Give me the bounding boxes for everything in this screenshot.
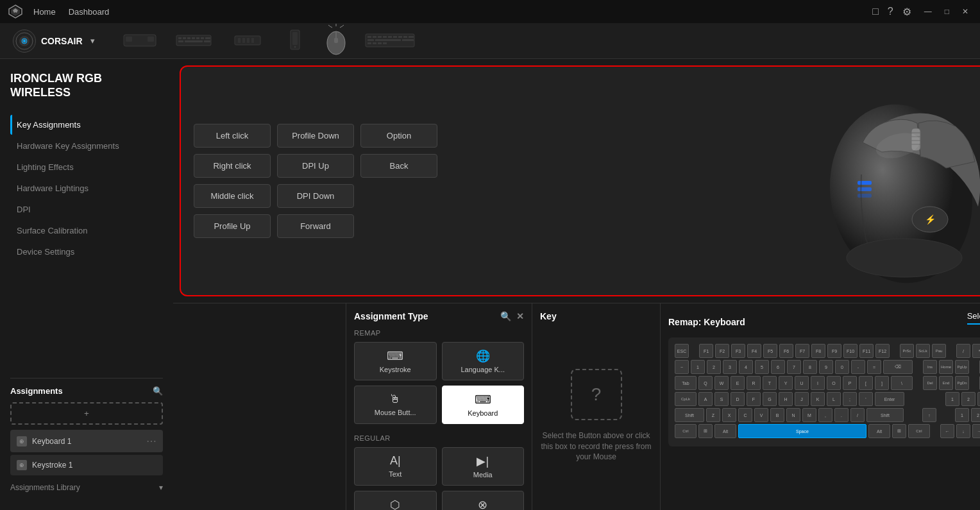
notifications-icon[interactable]: □ [872, 6, 879, 17]
key-pause[interactable]: Pau [932, 344, 946, 358]
key-rshift[interactable]: Shift [866, 408, 904, 422]
key-nm3[interactable]: 3 [977, 392, 980, 406]
profile-down-button[interactable]: Profile Down [277, 124, 354, 148]
key-rctrl[interactable]: Ctrl [908, 424, 930, 438]
key-f10[interactable]: F10 [843, 344, 858, 358]
key-scrlk[interactable]: ScLk [916, 344, 930, 358]
key-f3[interactable]: F3 [731, 344, 745, 358]
key-5[interactable]: 5 [755, 360, 769, 374]
key-q[interactable]: Q [698, 376, 713, 390]
key-pgup[interactable]: PgUp [955, 360, 969, 374]
sidebar-item-lighting-effects[interactable]: Lighting Effects [10, 157, 163, 177]
device-large-keyboard[interactable] [364, 30, 416, 52]
left-click-button[interactable]: Left click [194, 124, 271, 148]
help-icon[interactable]: ? [888, 6, 893, 17]
close-button[interactable]: ✕ [958, 6, 972, 17]
key-right[interactable]: → [972, 424, 980, 438]
key-lalt[interactable]: Alt [714, 424, 736, 438]
dpi-up-button[interactable]: DPI Up [277, 154, 354, 178]
type-keyboard[interactable]: ⌨ Keyboard [442, 386, 525, 424]
tab-selection[interactable]: Selection [967, 311, 980, 325]
key-capslock[interactable]: CpLk [675, 392, 697, 406]
profile-menu-icon[interactable]: ⋯ [146, 435, 156, 447]
key-f[interactable]: F [747, 392, 761, 406]
key-s[interactable]: S [714, 392, 729, 406]
key-w[interactable]: W [714, 376, 729, 390]
brand-dropdown-icon[interactable]: ▾ [90, 36, 95, 46]
assignment-type-close-icon[interactable]: ✕ [516, 311, 524, 321]
key-quote[interactable]: ' [859, 392, 873, 406]
type-keystroke[interactable]: ⌨ Keystroke [354, 342, 437, 380]
key-h[interactable]: H [779, 392, 793, 406]
key-ralt[interactable]: Alt [868, 424, 890, 438]
right-click-button[interactable]: Right click [194, 154, 271, 178]
key-comma[interactable]: , [818, 408, 832, 422]
key-u[interactable]: U [795, 376, 809, 390]
key-nm2[interactable]: 2 [961, 392, 976, 406]
key-2[interactable]: 2 [707, 360, 721, 374]
key-j[interactable]: J [795, 392, 809, 406]
key-l[interactable]: L [827, 392, 841, 406]
key-del[interactable]: Del [923, 376, 937, 390]
key-7[interactable]: 7 [787, 360, 801, 374]
device-keyboard-flat[interactable] [174, 30, 213, 52]
key-8[interactable]: 8 [803, 360, 817, 374]
add-profile-button[interactable]: + [10, 402, 163, 425]
minimize-button[interactable]: — [920, 6, 936, 17]
key-f1[interactable]: F1 [699, 344, 713, 358]
key-c[interactable]: C [738, 408, 752, 422]
assignments-search-icon[interactable]: 🔍 [153, 386, 163, 396]
key-box[interactable]: ? [571, 369, 622, 420]
key-nm-div[interactable]: / [956, 344, 970, 358]
type-media[interactable]: ▶| Media [442, 447, 525, 486]
key-a[interactable]: A [698, 392, 713, 406]
key-left[interactable]: ← [940, 424, 954, 438]
key-f8[interactable]: F8 [811, 344, 825, 358]
key-f2[interactable]: F2 [715, 344, 729, 358]
key-m[interactable]: M [802, 408, 816, 422]
settings-icon[interactable]: ⚙ [902, 6, 911, 18]
key-r[interactable]: R [747, 376, 761, 390]
back-button[interactable]: Back [360, 154, 437, 178]
sidebar-item-key-assignments[interactable]: Key Assignments [10, 115, 163, 135]
key-4[interactable]: 4 [739, 360, 753, 374]
key-b[interactable]: B [770, 408, 784, 422]
key-o[interactable]: O [827, 376, 841, 390]
key-f6[interactable]: F6 [779, 344, 793, 358]
key-slash[interactable]: / [850, 408, 865, 422]
key-lbracket[interactable]: [ [859, 376, 873, 390]
device-headset[interactable] [121, 30, 159, 52]
key-rbracket[interactable]: ] [875, 376, 889, 390]
key-rwin[interactable]: ⊞ [892, 424, 906, 438]
nav-dashboard[interactable]: Dashboard [69, 7, 110, 17]
key-g[interactable]: G [763, 392, 777, 406]
middle-click-button[interactable]: Middle click [194, 184, 271, 208]
key-y[interactable]: Y [779, 376, 793, 390]
key-esc[interactable]: ESC [675, 344, 689, 358]
key-enter[interactable]: Enter [875, 392, 904, 406]
key-f4[interactable]: F4 [747, 344, 761, 358]
key-f5[interactable]: F5 [763, 344, 777, 358]
key-period[interactable]: . [834, 408, 849, 422]
key-p[interactable]: P [843, 376, 857, 390]
key-i[interactable]: I [811, 376, 825, 390]
device-mouse[interactable] [323, 24, 349, 58]
dpi-down-button[interactable]: DPI Down [277, 184, 354, 208]
key-d[interactable]: D [731, 392, 745, 406]
sidebar-item-hardware-key-assignments[interactable]: Hardware Key Assignments [10, 136, 163, 156]
sidebar-item-hardware-lightings[interactable]: Hardware Lightings [10, 178, 163, 198]
key-0[interactable]: 0 [835, 360, 849, 374]
key-k[interactable]: K [811, 392, 825, 406]
key-lshift[interactable]: Shift [675, 408, 704, 422]
key-down[interactable]: ↓ [956, 424, 970, 438]
key-z[interactable]: Z [706, 408, 720, 422]
option-button[interactable]: Option [360, 124, 437, 148]
type-launch-app[interactable]: ⬡ Launch App [354, 491, 437, 510]
key-nm-2[interactable]: 2 [971, 408, 980, 422]
key-f9[interactable]: F9 [827, 344, 841, 358]
forward-button[interactable]: Forward [277, 214, 354, 238]
profile-up-button[interactable]: Profile Up [194, 214, 271, 238]
key-equals[interactable]: = [867, 360, 881, 374]
key-prtsc[interactable]: PrSc [900, 344, 914, 358]
key-ins[interactable]: Ins [923, 360, 937, 374]
